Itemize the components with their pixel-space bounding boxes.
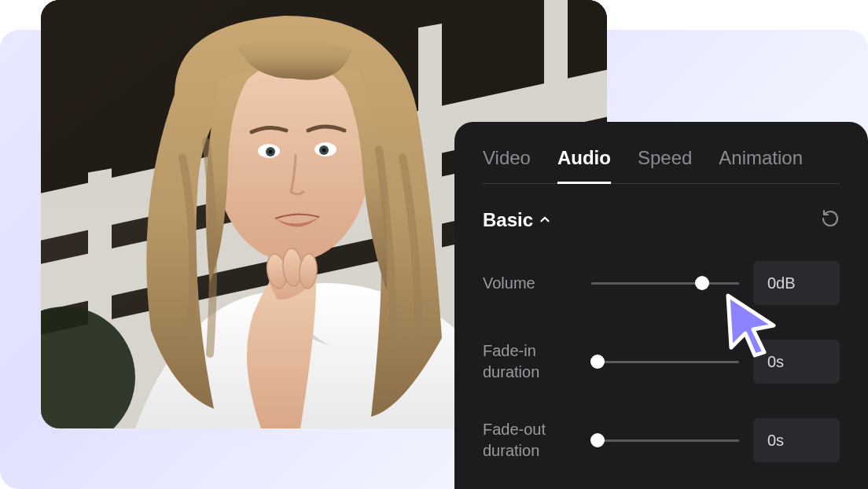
fadeout-control: Fade-out duration 0s	[483, 418, 840, 462]
volume-label: Volume	[483, 273, 577, 294]
volume-slider[interactable]	[591, 275, 739, 291]
fadeout-slider-thumb[interactable]	[590, 433, 605, 447]
audio-settings-panel: Video Audio Speed Animation Basic Volume…	[454, 122, 868, 489]
fadein-label: Fade-in duration	[483, 340, 577, 383]
fadeout-label: Fade-out duration	[483, 419, 577, 461]
tab-video[interactable]: Video	[483, 147, 531, 183]
fadein-slider[interactable]	[591, 354, 739, 370]
fadeout-value[interactable]: 0s	[753, 418, 840, 462]
chevron-up-icon	[538, 209, 552, 231]
tab-audio[interactable]: Audio	[557, 147, 611, 183]
volume-slider-thumb[interactable]	[695, 276, 709, 290]
svg-point-15	[322, 149, 326, 153]
fadein-control: Fade-in duration 0s	[483, 340, 840, 384]
svg-point-12	[269, 150, 273, 154]
volume-control: Volume 0dB	[483, 261, 840, 305]
fadein-slider-thumb[interactable]	[590, 355, 605, 369]
section-basic-title: Basic	[483, 209, 533, 231]
tab-speed[interactable]: Speed	[638, 147, 692, 183]
reset-icon[interactable]	[821, 209, 840, 231]
fadein-value[interactable]: 0s	[753, 340, 840, 384]
tab-bar: Video Audio Speed Animation	[483, 147, 840, 184]
volume-value[interactable]: 0dB	[753, 261, 840, 305]
tab-animation[interactable]: Animation	[719, 147, 803, 183]
section-basic-header[interactable]: Basic	[483, 209, 552, 231]
fadeout-slider[interactable]	[591, 432, 739, 448]
